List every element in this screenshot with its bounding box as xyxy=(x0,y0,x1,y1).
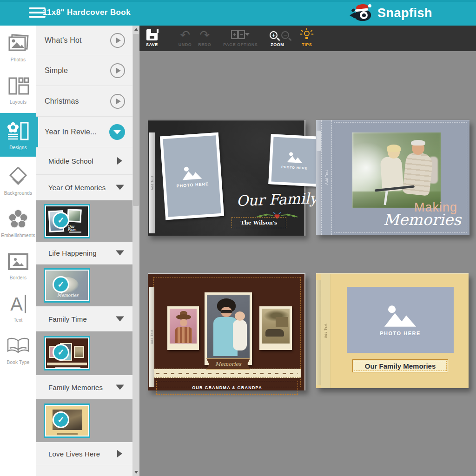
editor-toolbar: SAVE ↶ UNDO ↷ REDO +− PAGE OPTIONS + − Z… xyxy=(139,26,476,51)
subcategory-year-of-memories[interactable]: Year Of Memories xyxy=(36,175,132,200)
design-thumb-row: ✓ xyxy=(36,399,132,442)
selected-check-icon: ✓ xyxy=(53,344,69,361)
design-thumbnail-making-memories[interactable]: Memories ✓ xyxy=(44,268,90,303)
page-options-icon: +− xyxy=(231,29,250,40)
sidebar-item-photos[interactable]: Photos xyxy=(0,28,36,66)
subcategory-family-memories[interactable]: Family Memories xyxy=(36,375,132,399)
cover-caption-box[interactable]: OUR GRANDMA & GRANDPA xyxy=(156,381,298,395)
snapfish-logo: Snapfish xyxy=(350,4,432,22)
chevron-down-icon xyxy=(116,185,124,190)
photo-placeholder[interactable]: PHOTO HERE xyxy=(347,287,454,353)
scroll-down-icon[interactable] xyxy=(132,469,139,476)
sidebar-label: Photos xyxy=(11,57,26,62)
sidebar-label: Borders xyxy=(10,275,26,280)
expand-circle-arrow-icon[interactable] xyxy=(110,94,125,109)
photo-placeholder-icon xyxy=(286,151,304,164)
memories-ribbon[interactable]: Memories xyxy=(206,358,250,370)
category-simple[interactable]: Simple xyxy=(36,55,132,86)
app-header: 11x8" Hardcover Book Snapfish xyxy=(0,0,476,26)
sidebar-label: Layouts xyxy=(10,99,26,105)
save-button[interactable]: SAVE xyxy=(146,28,158,47)
subcategory-life-happening[interactable]: Life Happening xyxy=(36,242,132,264)
undo-button[interactable]: ↶ UNDO xyxy=(178,28,192,47)
sidebar-label: Text xyxy=(13,317,22,323)
cover-title[interactable]: Our Family xyxy=(230,190,324,210)
chevron-down-icon xyxy=(116,384,124,390)
cover-caption-box[interactable]: Our Family Memories xyxy=(352,359,448,372)
cover-photo-bike[interactable] xyxy=(352,132,441,208)
book-type-icon xyxy=(7,334,30,358)
sidebar-item-layouts[interactable]: Layouts xyxy=(0,71,36,108)
zoom-out-icon[interactable]: − xyxy=(281,31,289,39)
sidebar-item-borders[interactable]: Borders xyxy=(0,246,36,284)
embellishments-icon xyxy=(7,207,29,231)
vintage-photo-cowboy-kid[interactable] xyxy=(167,306,199,350)
selected-check-icon: ✓ xyxy=(53,276,69,293)
book-spine[interactable]: Add Text xyxy=(149,287,154,387)
subcategory-family-time[interactable]: Family Time xyxy=(36,306,132,331)
undo-icon: ↶ xyxy=(180,29,190,41)
sidebar-label: Designs xyxy=(9,145,27,150)
design-thumb-row: Memories ✓ xyxy=(36,264,132,306)
photo-placeholder[interactable]: PHOTO HERE xyxy=(160,132,224,220)
selected-check-icon: ✓ xyxy=(53,212,69,229)
book-spine[interactable]: Add Text xyxy=(149,132,155,233)
sidebar-label: Book Type xyxy=(7,360,30,365)
page-edge xyxy=(316,280,321,385)
photos-icon xyxy=(7,32,29,56)
cover-subtitle-box[interactable]: The Wilson's xyxy=(231,217,286,228)
tips-button[interactable]: TIPS xyxy=(301,28,312,47)
design-thumb-row: ✓ xyxy=(36,331,132,375)
subcategory-love-lives-here[interactable]: Love Lives Here xyxy=(36,442,132,465)
chevron-down-icon xyxy=(116,316,124,321)
design-thumbnail-family-memories[interactable]: ✓ xyxy=(44,403,90,438)
fish-santa-icon xyxy=(350,4,374,22)
vintage-photo-house-car[interactable] xyxy=(259,306,292,350)
layouts-icon xyxy=(7,74,29,98)
expand-circle-arrow-icon[interactable] xyxy=(110,63,125,78)
design-preview-making-memories[interactable]: Add Text Making Memories xyxy=(316,120,469,235)
page-edge xyxy=(316,120,321,235)
design-thumbnail-grandma-grandpa[interactable]: ✓ xyxy=(44,336,90,370)
vintage-photo-grandma-baby[interactable] xyxy=(205,292,252,365)
zoom-in-icon[interactable]: + xyxy=(270,31,278,39)
panel-scrollbar[interactable] xyxy=(132,26,139,476)
sidebar-item-text[interactable]: A Text xyxy=(0,289,36,326)
sidebar-item-backgrounds[interactable]: Backgrounds xyxy=(0,162,36,199)
snapfish-book-editor: 11x8" Hardcover Book Snapfish Photos xyxy=(0,0,476,476)
category-whats-hot[interactable]: What's Hot xyxy=(36,26,132,55)
subcategory-middle-school[interactable]: Middle School xyxy=(36,147,132,175)
page-options-button[interactable]: +− PAGE OPTIONS xyxy=(223,28,258,47)
design-preview-chalkboard[interactable]: Add Text PHOTO HERE PHOTO HERE Our Famil… xyxy=(148,120,305,236)
sidebar-item-book-type[interactable]: Book Type xyxy=(0,331,36,368)
expand-circle-arrow-icon[interactable] xyxy=(110,33,125,48)
redo-icon: ↷ xyxy=(199,29,210,41)
book-spine[interactable]: Add Text xyxy=(321,274,331,388)
text-icon: A xyxy=(10,292,26,316)
design-preview-family-memories[interactable]: Add Text PHOTO HERE Our Family Memories xyxy=(316,273,469,388)
design-preview-grandma-grandpa[interactable]: Add Text Memories OUR GRANDMA & GRANDPA xyxy=(148,273,305,390)
sidebar-item-designs[interactable]: Designs xyxy=(0,113,36,157)
redo-button[interactable]: ↷ REDO xyxy=(198,28,211,47)
design-thumbnail-chalkboard[interactable]: Our Fam. ✓ xyxy=(44,204,90,238)
backgrounds-icon xyxy=(7,165,30,189)
photo-placeholder[interactable]: PHOTO HERE xyxy=(268,134,321,187)
photo-placeholder-icon xyxy=(383,304,418,328)
category-year-in-review[interactable]: Year In Revie... xyxy=(36,117,132,147)
stitched-band xyxy=(153,369,301,378)
borders-icon xyxy=(7,250,29,274)
scrollbar-thumb[interactable] xyxy=(133,34,139,206)
design-preview-canvas: Add Text PHOTO HERE PHOTO HERE Our Famil… xyxy=(139,51,476,476)
chevron-right-icon xyxy=(117,450,122,457)
zoom-control[interactable]: + − ZOOM xyxy=(270,28,289,47)
scroll-up-icon[interactable] xyxy=(132,26,139,33)
category-christmas[interactable]: Christmas xyxy=(36,86,132,117)
collapse-circle-arrow-icon[interactable] xyxy=(109,124,125,140)
sidebar-item-embellishments[interactable]: Embellishments xyxy=(0,204,36,241)
save-icon xyxy=(146,29,158,40)
sidebar-label: Backgrounds xyxy=(4,191,33,196)
book-spine[interactable]: Add Text xyxy=(321,120,332,235)
cover-title-line2[interactable]: Memories xyxy=(383,211,461,229)
lightbulb-icon xyxy=(301,29,312,41)
photo-placeholder-icon xyxy=(180,165,203,181)
